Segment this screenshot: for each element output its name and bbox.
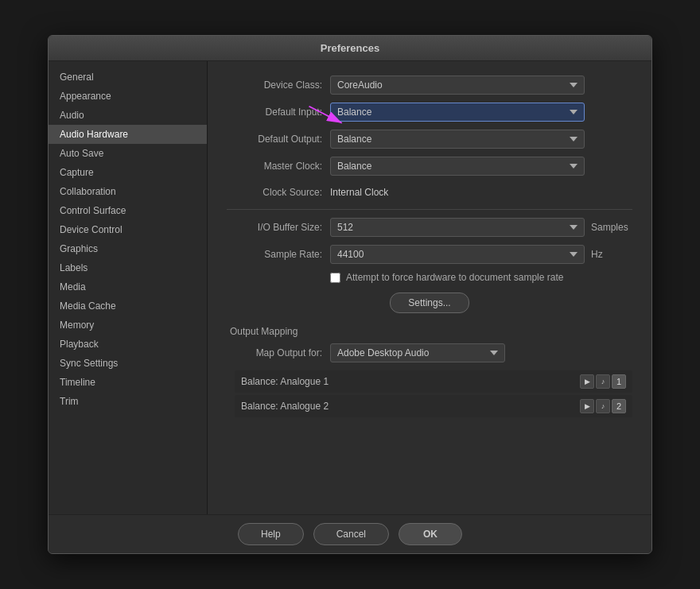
sidebar-item-media-cache[interactable]: Media Cache <box>49 296 207 316</box>
ok-button[interactable]: OK <box>399 523 462 545</box>
sidebar-item-playback[interactable]: Playback <box>49 335 207 354</box>
force-sample-rate-checkbox[interactable] <box>330 273 340 283</box>
io-buffer-row: I/O Buffer Size: 512 Samples <box>227 218 632 237</box>
sidebar-item-general[interactable]: General <box>49 68 207 87</box>
default-input-control: Balance <box>330 103 585 122</box>
output-mapping-section: Output Mapping Map Output for: Adobe Des… <box>227 326 632 417</box>
sidebar-item-memory[interactable]: Memory <box>49 316 207 335</box>
analogue-num-1: 1 <box>612 374 626 389</box>
master-clock-label: Master Clock: <box>227 161 330 172</box>
force-sample-rate-row: Attempt to force hardware to document sa… <box>330 272 632 283</box>
settings-button[interactable]: Settings... <box>390 293 469 313</box>
analogue-controls-1: ▶♪1 <box>580 374 626 389</box>
default-input-select[interactable]: Balance <box>330 103 585 122</box>
default-output-row: Default Output: Balance <box>227 130 632 149</box>
analogue-row-1: Balance: Analogue 1▶♪1 <box>235 370 632 393</box>
force-sample-rate-label: Attempt to force hardware to document sa… <box>346 272 563 283</box>
output-mapping-header: Output Mapping <box>230 326 632 337</box>
io-buffer-unit: Samples <box>591 222 628 233</box>
sidebar-item-auto-save[interactable]: Auto Save <box>49 144 207 163</box>
device-class-select[interactable]: CoreAudio <box>330 76 585 95</box>
io-buffer-label: I/O Buffer Size: <box>227 222 330 233</box>
svg-line-1 <box>309 107 342 123</box>
analogue-label-2: Balance: Analogue 2 <box>241 401 580 412</box>
map-output-label: Map Output for: <box>227 347 330 358</box>
arrow-indicator <box>303 99 351 131</box>
sidebar-item-sync-settings[interactable]: Sync Settings <box>49 354 207 373</box>
sample-rate-unit: Hz <box>591 249 603 260</box>
sidebar: GeneralAppearanceAudioAudio HardwareAuto… <box>49 61 208 514</box>
analogue-row-2: Balance: Analogue 2▶♪2 <box>235 395 632 417</box>
analogue-table: Balance: Analogue 1▶♪1Balance: Analogue … <box>235 370 632 417</box>
preferences-dialog: Preferences GeneralAppearanceAudioAudio … <box>48 35 652 554</box>
io-buffer-control: 512 <box>330 218 585 237</box>
sidebar-item-audio[interactable]: Audio <box>49 106 207 125</box>
device-class-row: Device Class: CoreAudio <box>227 76 632 95</box>
sidebar-item-collaboration[interactable]: Collaboration <box>49 182 207 201</box>
sidebar-item-graphics[interactable]: Graphics <box>49 239 207 258</box>
divider-1 <box>227 209 632 210</box>
analogue-speaker-btn-1[interactable]: ♪ <box>596 374 610 389</box>
sample-rate-control: 44100 <box>330 245 585 264</box>
title-bar: Preferences <box>49 36 651 61</box>
analogue-label-1: Balance: Analogue 1 <box>241 376 580 387</box>
analogue-speaker-btn-2[interactable]: ♪ <box>596 399 610 413</box>
analogue-controls-2: ▶♪2 <box>580 399 626 413</box>
default-input-row: Default Input: Balance <box>227 103 632 122</box>
sidebar-item-labels[interactable]: Labels <box>49 258 207 277</box>
analogue-play-btn-1[interactable]: ▶ <box>580 374 594 389</box>
default-output-label: Default Output: <box>227 134 330 145</box>
sidebar-item-control-surface[interactable]: Control Surface <box>49 201 207 220</box>
sidebar-item-trim[interactable]: Trim <box>49 392 207 411</box>
sidebar-item-device-control[interactable]: Device Control <box>49 220 207 239</box>
sample-rate-row: Sample Rate: 44100 Hz <box>227 245 632 264</box>
map-output-select[interactable]: Adobe Desktop Audio <box>330 343 505 362</box>
master-clock-row: Master Clock: Balance <box>227 157 632 176</box>
sidebar-item-media[interactable]: Media <box>49 277 207 296</box>
dialog-title: Preferences <box>321 42 379 54</box>
io-buffer-select[interactable]: 512 <box>330 218 585 237</box>
sidebar-item-capture[interactable]: Capture <box>49 163 207 182</box>
dialog-footer: Help Cancel OK <box>49 514 651 553</box>
analogue-play-btn-2[interactable]: ▶ <box>580 399 594 413</box>
master-clock-select[interactable]: Balance <box>330 157 585 176</box>
dialog-body: GeneralAppearanceAudioAudio HardwareAuto… <box>49 61 651 514</box>
clock-source-label: Clock Source: <box>227 187 330 198</box>
device-class-label: Device Class: <box>227 79 330 91</box>
help-button[interactable]: Help <box>238 523 304 545</box>
default-output-select[interactable]: Balance <box>330 130 585 149</box>
sample-rate-select[interactable]: 44100 <box>330 245 585 264</box>
analogue-num-2: 2 <box>612 399 626 413</box>
main-content: Device Class: CoreAudio Default Input: B… <box>208 61 651 514</box>
sidebar-item-appearance[interactable]: Appearance <box>49 87 207 106</box>
clock-source-value: Internal Clock <box>330 184 388 201</box>
sidebar-item-audio-hardware[interactable]: Audio Hardware <box>49 125 207 144</box>
device-class-control: CoreAudio <box>330 76 585 95</box>
cancel-button[interactable]: Cancel <box>313 523 389 545</box>
sample-rate-label: Sample Rate: <box>227 249 330 260</box>
master-clock-control: Balance <box>330 157 585 176</box>
default-output-control: Balance <box>330 130 585 149</box>
clock-source-row: Clock Source: Internal Clock <box>227 184 632 201</box>
map-output-row: Map Output for: Adobe Desktop Audio <box>227 343 632 362</box>
sidebar-item-timeline[interactable]: Timeline <box>49 373 207 392</box>
